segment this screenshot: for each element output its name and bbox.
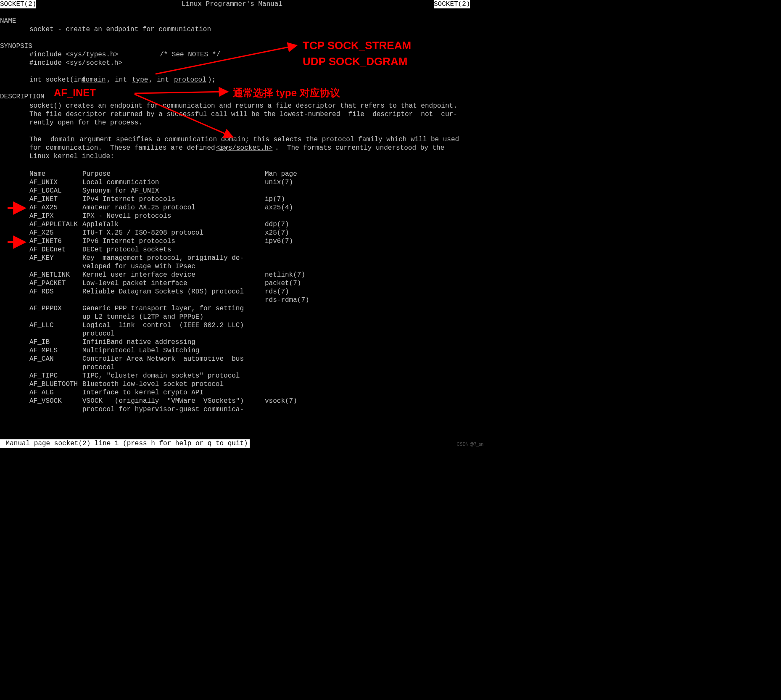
tbl-purpose-21: VSOCK (originally "VMWare VSockets") pro… bbox=[82, 397, 244, 414]
tbl-purpose-19: Bluetooth low-level socket protocol bbox=[82, 380, 224, 388]
sig-part3: , int bbox=[149, 76, 173, 84]
tbl-name-0: AF_UNIX bbox=[29, 178, 58, 187]
tbl-man-0: unix(7) bbox=[265, 178, 293, 187]
desc-syssocket-u: <sys/socket.h> bbox=[216, 144, 272, 152]
tbl-name-4: AF_IPX bbox=[29, 212, 54, 220]
tbl-purpose-3: Amateur radio AX.25 protocol bbox=[82, 203, 195, 212]
tbl-purpose-5: AppleTalk bbox=[82, 220, 119, 229]
tbl-purpose-1: Synonym for AF_UNIX bbox=[82, 187, 159, 195]
tbl-name-20: AF_ALG bbox=[29, 388, 54, 397]
tbl-name-12: AF_RDS bbox=[29, 288, 54, 296]
sig-part1: int socket(int bbox=[29, 76, 90, 84]
section-description: DESCRIPTION bbox=[0, 92, 45, 101]
tbl-purpose-12: Reliable Datagram Sockets (RDS) protocol bbox=[82, 288, 244, 296]
include1-comment: /* See NOTES */ bbox=[160, 50, 220, 59]
tbl-purpose-13: Generic PPP transport layer, for setting… bbox=[82, 304, 244, 321]
tbl-purpose-20: Interface to kernel crypto API bbox=[82, 388, 203, 397]
tbl-man-7: ipv6(7) bbox=[265, 237, 293, 246]
status-line[interactable]: Manual page socket(2) line 1 (press h fo… bbox=[0, 439, 250, 448]
tbl-name-6: AF_X25 bbox=[29, 229, 54, 237]
header-right: SOCKET(2) bbox=[434, 0, 470, 8]
tbl-man-11: packet(7) bbox=[265, 279, 301, 288]
tbl-name-5: AF_APPLETALK bbox=[29, 220, 78, 229]
tbl-purpose-10: Kernel user interface device bbox=[82, 271, 195, 279]
tbl-purpose-18: TIPC, "cluster domain sockets" protocol bbox=[82, 372, 240, 380]
tbl-name-8: AF_DECnet bbox=[29, 246, 66, 254]
desc-para2e: Linux kernel include: bbox=[29, 152, 114, 161]
annotation-udp: UDP SOCK_DGRAM bbox=[303, 55, 407, 69]
tbl-name-11: AF_PACKET bbox=[29, 279, 66, 288]
tbl-man-21: vsock(7) bbox=[265, 397, 297, 405]
desc-para2c: for communication. These families are de… bbox=[29, 144, 231, 152]
tbl-h2: Purpose bbox=[82, 170, 111, 178]
tbl-man-12: rds(7) rds-rdma(7) bbox=[265, 288, 309, 304]
tbl-purpose-17: Controller Area Network automotive bus p… bbox=[82, 355, 244, 372]
tbl-name-10: AF_NETLINK bbox=[29, 271, 70, 279]
tbl-h1: Name bbox=[29, 170, 45, 178]
tbl-name-7: AF_INET6 bbox=[29, 237, 62, 246]
include1: #include <sys/types.h> bbox=[29, 50, 118, 59]
desc-para2b: argument specifies a communication domai… bbox=[76, 135, 459, 144]
section-synopsis: SYNOPSIS bbox=[0, 42, 32, 50]
sig-type: type bbox=[132, 76, 148, 84]
tbl-purpose-7: IPv6 Internet protocols bbox=[82, 237, 175, 246]
tbl-purpose-4: IPX - Novell protocols bbox=[82, 212, 171, 220]
tbl-purpose-15: InfiniBand native addressing bbox=[82, 338, 195, 346]
sig-part2: , int bbox=[107, 76, 131, 84]
annotation-protocol: 通常选择 type 对应协议 bbox=[233, 87, 340, 99]
header-left: SOCKET(2) bbox=[0, 0, 36, 8]
tbl-man-3: ax25(4) bbox=[265, 203, 293, 212]
sig-part4: ); bbox=[208, 76, 216, 84]
tbl-name-14: AF_LLC bbox=[29, 321, 54, 330]
tbl-purpose-11: Low-level packet interface bbox=[82, 279, 187, 288]
annotation-af-inet: AF_INET bbox=[54, 87, 96, 99]
tbl-name-3: AF_AX25 bbox=[29, 203, 58, 212]
header-center: Linux Programmer's Manual bbox=[182, 0, 282, 8]
include2: #include <sys/socket.h> bbox=[29, 59, 122, 67]
tbl-man-5: ddp(7) bbox=[265, 220, 289, 229]
section-name: NAME bbox=[0, 17, 16, 25]
tbl-purpose-9: Key management protocol, originally de- … bbox=[82, 254, 244, 271]
annotation-tcp: TCP SOCK_STREAM bbox=[303, 39, 411, 53]
tbl-purpose-6: ITU-T X.25 / ISO-8208 protocol bbox=[82, 229, 203, 237]
desc-domain-u: domain bbox=[50, 135, 75, 144]
tbl-name-17: AF_CAN bbox=[29, 355, 54, 363]
tbl-name-1: AF_LOCAL bbox=[29, 187, 62, 195]
watermark: CSDN @7_an bbox=[456, 442, 483, 447]
desc-para1: socket() creates an endpoint for communi… bbox=[29, 102, 457, 127]
tbl-man-2: ip(7) bbox=[265, 195, 285, 203]
desc-para2d: . The formats currently understood by th… bbox=[275, 144, 444, 152]
tbl-purpose-2: IPv4 Internet protocols bbox=[82, 195, 175, 203]
tbl-name-15: AF_IB bbox=[29, 338, 50, 346]
desc-para2a: The bbox=[29, 135, 50, 144]
tbl-name-19: AF_BLUETOOTH bbox=[29, 380, 78, 388]
name-line: socket - create an endpoint for communic… bbox=[29, 25, 211, 34]
sig-protocol: protocol bbox=[174, 76, 206, 84]
tbl-name-13: AF_PPPOX bbox=[29, 304, 62, 313]
tbl-name-9: AF_KEY bbox=[29, 254, 54, 262]
tbl-man-6: x25(7) bbox=[265, 229, 289, 237]
tbl-man-10: netlink(7) bbox=[265, 271, 305, 279]
tbl-purpose-0: Local communication bbox=[82, 178, 159, 187]
svg-line-0 bbox=[156, 45, 297, 74]
sig-domain: domain bbox=[82, 76, 106, 84]
tbl-purpose-14: Logical link control (IEEE 802.2 LLC) pr… bbox=[82, 321, 244, 338]
tbl-purpose-8: DECet protocol sockets bbox=[82, 246, 171, 254]
tbl-purpose-16: Multiprotocol Label Switching bbox=[82, 346, 199, 355]
tbl-name-21: AF_VSOCK bbox=[29, 397, 62, 405]
tbl-name-16: AF_MPLS bbox=[29, 346, 58, 355]
tbl-h3: Man page bbox=[265, 170, 297, 178]
svg-line-1 bbox=[135, 92, 228, 93]
tbl-name-18: AF_TIPC bbox=[29, 372, 58, 380]
tbl-name-2: AF_INET bbox=[29, 195, 58, 203]
